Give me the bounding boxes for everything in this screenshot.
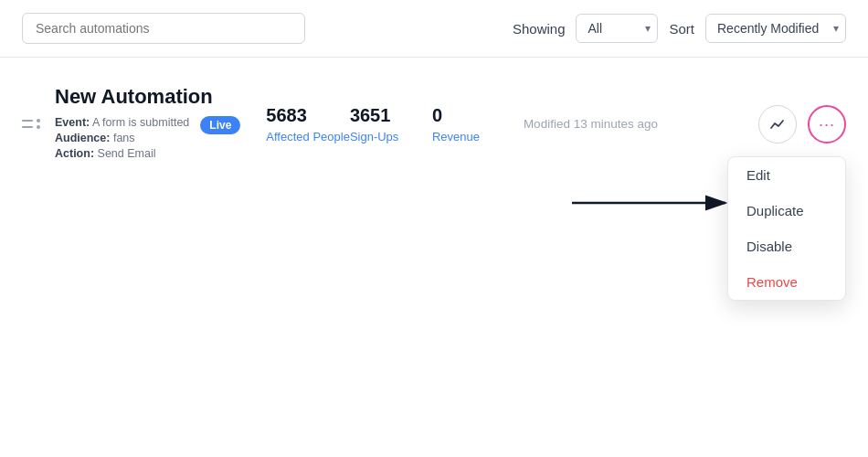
revenue-stat: 0 Revenue: [432, 105, 514, 143]
main-content: New Automation Event: A form is submitte…: [0, 58, 868, 234]
drag-dot-bottom: [37, 125, 40, 129]
action-value: Send Email: [98, 147, 156, 160]
signups-stat: 3651 Sign-Ups: [350, 105, 432, 143]
drag-handle-row-bottom: [22, 125, 40, 129]
drag-handle[interactable]: [22, 119, 40, 129]
automation-row: New Automation Event: A form is submitte…: [22, 85, 846, 163]
showing-dropdown-wrapper: All Live Paused Draft ▾: [576, 14, 658, 43]
more-dots-icon: ···: [819, 116, 835, 133]
affected-value: 5683: [266, 105, 350, 126]
action-label: Action:: [55, 147, 94, 160]
drag-dash-top: [22, 120, 33, 122]
menu-item-remove[interactable]: Remove: [728, 264, 845, 300]
event-value: A form is submitted: [92, 116, 189, 129]
automation-meta: Event: A form is submitted Audience: fan…: [55, 116, 189, 163]
revenue-value: 0: [432, 105, 514, 126]
header-controls: Showing All Live Paused Draft ▾ Sort Rec…: [513, 14, 846, 43]
event-label: Event:: [55, 116, 90, 129]
affected-label: Affected People: [266, 130, 350, 143]
action-line: Action: Send Email: [55, 147, 189, 160]
modified-text: Modified 13 minutes ago: [524, 117, 658, 131]
live-badge: Live: [200, 116, 240, 134]
arrow-icon: [572, 190, 736, 216]
more-button[interactable]: ···: [808, 105, 846, 143]
affected-stat: 5683 Affected People: [266, 105, 350, 143]
search-input[interactable]: [22, 13, 305, 44]
sort-label: Sort: [669, 21, 694, 37]
menu-item-duplicate[interactable]: Duplicate: [728, 193, 845, 228]
revenue-label: Revenue: [432, 130, 514, 143]
drag-dash-bottom: [22, 126, 33, 128]
event-line: Event: A form is submitted: [55, 116, 189, 129]
signups-value: 3651: [350, 105, 432, 126]
header-bar: Showing All Live Paused Draft ▾ Sort Rec…: [0, 0, 868, 58]
automation-name: New Automation: [55, 85, 240, 109]
audience-value: fans: [113, 132, 135, 144]
arrow-area: [22, 190, 736, 216]
analytics-button[interactable]: [758, 105, 797, 143]
event-row: Event: A form is submitted Audience: fan…: [55, 116, 240, 163]
menu-item-edit[interactable]: Edit: [728, 157, 845, 193]
showing-select[interactable]: All Live Paused Draft: [576, 14, 658, 43]
audience-label: Audience:: [55, 132, 110, 144]
actions-area: ··· Edit Duplicate Disable Remove: [758, 105, 846, 143]
showing-label: Showing: [513, 21, 566, 37]
context-menu: Edit Duplicate Disable Remove: [727, 156, 846, 301]
audience-line: Audience: fans: [55, 132, 189, 144]
sort-select[interactable]: Recently Modified Name Date Created: [705, 14, 846, 43]
automation-info: New Automation Event: A form is submitte…: [55, 85, 240, 163]
sort-dropdown-wrapper: Recently Modified Name Date Created ▾: [705, 14, 846, 43]
drag-dot-top: [37, 119, 40, 122]
analytics-icon: [769, 116, 786, 133]
signups-label: Sign-Ups: [350, 130, 432, 143]
stats-area: 5683 Affected People 3651 Sign-Ups 0 Rev…: [266, 105, 658, 143]
menu-item-disable[interactable]: Disable: [728, 228, 845, 264]
drag-handle-row-top: [22, 119, 40, 122]
